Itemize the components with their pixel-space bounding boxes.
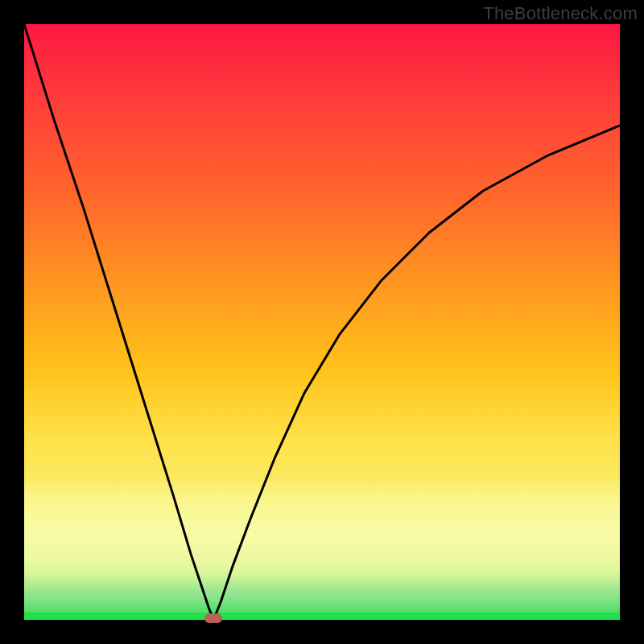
bottleneck-curve	[24, 24, 620, 620]
watermark-text: TheBottleneck.com	[483, 3, 638, 24]
plot-area	[24, 24, 620, 620]
chart-frame: TheBottleneck.com	[0, 0, 644, 644]
minimum-marker	[204, 613, 222, 623]
